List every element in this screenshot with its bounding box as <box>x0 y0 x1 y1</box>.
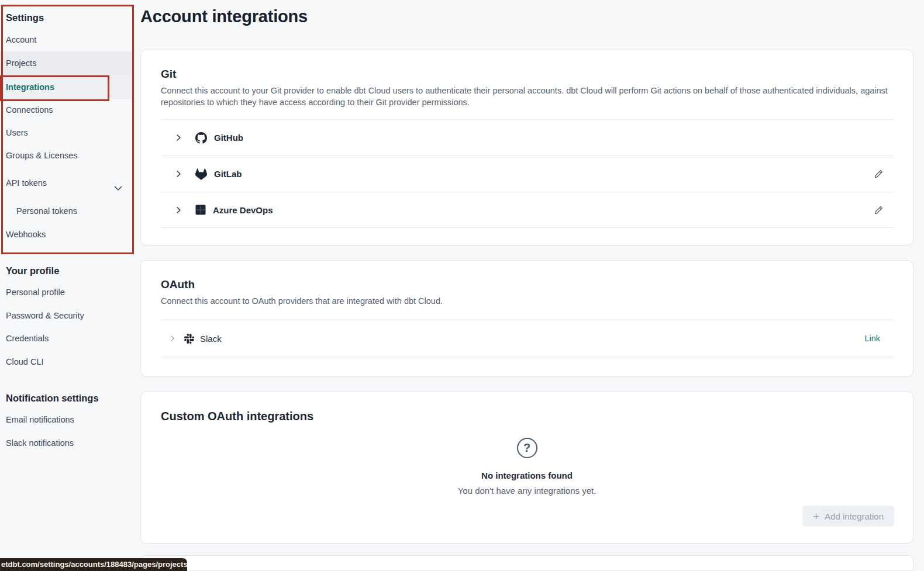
empty-state: ? No integrations found You don't have a… <box>141 438 913 496</box>
sidebar-item-password-security[interactable]: Password & Security <box>0 304 132 327</box>
chevron-down-icon[interactable] <box>113 178 123 202</box>
oauth-provider-list: Slack Link <box>161 320 894 357</box>
empty-state-subtitle: You don't have any integrations yet. <box>141 486 913 496</box>
chevron-right-icon[interactable] <box>175 206 182 214</box>
git-section-title: Git <box>161 68 894 81</box>
sidebar-item-personal-tokens[interactable]: Personal tokens <box>0 199 132 223</box>
chevron-right-icon[interactable] <box>175 170 182 178</box>
edit-pencil-icon[interactable] <box>874 205 884 215</box>
settings-sidebar: Settings Account Projects Integrations C… <box>0 0 135 571</box>
oauth-provider-row-slack[interactable]: Slack Link <box>161 320 894 357</box>
git-provider-row-github[interactable]: GitHub <box>161 119 894 155</box>
page-title: Account integrations <box>140 7 913 26</box>
oauth-section-description: Connect this account to OAuth providers … <box>161 295 894 307</box>
slack-link-action[interactable]: Link <box>864 334 880 343</box>
provider-label: GitHub <box>214 133 243 143</box>
gitlab-icon <box>195 168 207 180</box>
oauth-section-title: OAuth <box>161 278 894 291</box>
git-provider-row-gitlab[interactable]: GitLab <box>161 155 894 192</box>
chevron-right-icon[interactable] <box>169 335 176 342</box>
provider-label: Slack <box>200 334 222 344</box>
sidebar-item-users[interactable]: Users <box>0 121 132 144</box>
sidebar-item-cloud-cli[interactable]: Cloud CLI <box>0 350 132 373</box>
sidebar-item-projects[interactable]: Projects <box>0 51 132 75</box>
sidebar-heading-your-profile: Your profile <box>0 259 132 282</box>
next-section-card-peek <box>140 555 913 571</box>
sidebar-heading-settings: Settings <box>0 6 132 29</box>
custom-oauth-section-title: Custom OAuth integrations <box>161 410 894 423</box>
add-integration-label: Add integration <box>825 511 884 521</box>
sidebar-item-slack-notifications[interactable]: Slack notifications <box>0 431 132 455</box>
plus-icon: + <box>813 511 819 522</box>
sidebar-item-label: API tokens <box>6 178 47 188</box>
sidebar-item-connections[interactable]: Connections <box>0 98 132 122</box>
edit-pencil-icon[interactable] <box>874 169 884 179</box>
question-mark-icon: ? <box>517 438 537 458</box>
provider-label: GitLab <box>214 169 242 179</box>
sidebar-item-groups-licenses[interactable]: Groups & Licenses <box>0 144 132 167</box>
sidebar-item-personal-profile[interactable]: Personal profile <box>0 281 132 304</box>
status-bar-url: etdbt.com/settings/accounts/188483/pages… <box>0 558 187 571</box>
sidebar-item-integrations[interactable]: Integrations <box>0 75 132 99</box>
sidebar-item-webhooks[interactable]: Webhooks <box>0 223 132 246</box>
azure-devops-icon <box>195 205 206 215</box>
provider-label: Azure DevOps <box>213 205 273 215</box>
slack-icon <box>184 334 194 344</box>
empty-state-title: No integrations found <box>141 470 913 480</box>
custom-oauth-section-card: Custom OAuth integrations ? No integrati… <box>140 392 913 544</box>
add-integration-button[interactable]: + Add integration <box>802 506 894 527</box>
sidebar-item-account[interactable]: Account <box>0 28 132 51</box>
sidebar-heading-notification-settings: Notification settings <box>0 386 132 410</box>
git-section-card: Git Connect this account to your Git pro… <box>140 50 913 245</box>
sidebar-item-credentials[interactable]: Credentials <box>0 327 132 350</box>
github-icon <box>195 132 207 144</box>
git-section-description: Connect this account to your Git provide… <box>161 85 894 108</box>
sidebar-item-email-notifications[interactable]: Email notifications <box>0 408 132 431</box>
oauth-section-card: OAuth Connect this account to OAuth prov… <box>140 260 913 377</box>
chevron-right-icon[interactable] <box>175 134 182 141</box>
git-provider-row-azure-devops[interactable]: Azure DevOps <box>161 192 894 228</box>
git-provider-list: GitHub GitLab <box>161 119 894 228</box>
sidebar-item-api-tokens[interactable]: API tokens <box>0 171 132 195</box>
main-content: Account integrations Git Connect this ac… <box>140 0 913 571</box>
